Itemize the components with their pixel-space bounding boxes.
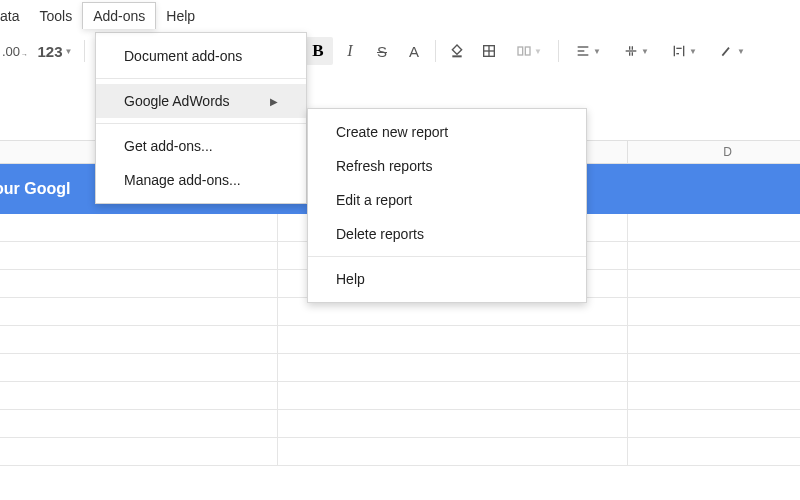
chevron-down-icon: ▼	[534, 47, 542, 56]
menu-separator	[96, 78, 306, 79]
table-row[interactable]	[0, 438, 800, 466]
google-adwords-item[interactable]: Google AdWords ▶	[96, 84, 306, 118]
menu-item-label: Get add-ons...	[124, 138, 213, 154]
menu-item-label: Google AdWords	[124, 93, 230, 109]
fill-color-button[interactable]	[442, 37, 472, 65]
cell[interactable]	[628, 242, 800, 269]
adwords-submenu: Create new report Refresh reports Edit a…	[307, 108, 587, 303]
strikethrough-icon: S	[377, 43, 387, 60]
submenu-arrow-icon: ▶	[270, 96, 278, 107]
h-align-button[interactable]: ▼	[565, 37, 611, 65]
text-rotate-button[interactable]: ▼	[709, 37, 755, 65]
table-row[interactable]	[0, 410, 800, 438]
cell[interactable]	[0, 270, 278, 297]
chevron-down-icon: →	[21, 51, 28, 58]
delete-reports-item[interactable]: Delete reports	[308, 217, 586, 251]
svg-rect-4	[525, 47, 530, 55]
merge-icon	[516, 43, 532, 59]
menu-addons[interactable]: Add-ons	[82, 2, 156, 29]
cell[interactable]	[628, 214, 800, 241]
decrease-decimal-button[interactable]: .00 →	[0, 37, 30, 65]
merge-cells-button[interactable]: ▼	[506, 37, 552, 65]
format-label: 123	[38, 43, 63, 60]
edit-report-item[interactable]: Edit a report	[308, 183, 586, 217]
cell[interactable]	[278, 326, 628, 353]
svg-rect-3	[518, 47, 523, 55]
borders-icon	[481, 43, 497, 59]
manage-addons-item[interactable]: Manage add-ons...	[96, 163, 306, 197]
chevron-down-icon: ▼	[689, 47, 697, 56]
fill-icon	[449, 43, 465, 59]
cell[interactable]	[628, 326, 800, 353]
decimal-icon: .00	[2, 44, 20, 59]
cell[interactable]	[0, 354, 278, 381]
adwords-help-item[interactable]: Help	[308, 262, 586, 296]
menu-item-label: Edit a report	[336, 192, 412, 208]
format-more-button[interactable]: 123 ▼	[32, 37, 78, 65]
menu-help[interactable]: Help	[156, 3, 205, 29]
bold-button[interactable]: B	[303, 37, 333, 65]
document-addons-item[interactable]: Document add-ons	[96, 39, 306, 73]
strikethrough-button[interactable]: S	[367, 37, 397, 65]
cell[interactable]	[0, 214, 278, 241]
cell[interactable]	[628, 354, 800, 381]
toolbar-separator	[84, 40, 85, 62]
menubar: ata Tools Add-ons Help	[0, 0, 800, 32]
refresh-reports-item[interactable]: Refresh reports	[308, 149, 586, 183]
chevron-down-icon: ▼	[737, 47, 745, 56]
menu-item-label: Refresh reports	[336, 158, 432, 174]
table-row[interactable]	[0, 382, 800, 410]
menu-item-label: Manage add-ons...	[124, 172, 241, 188]
cell[interactable]	[278, 410, 628, 437]
menu-data[interactable]: ata	[0, 3, 29, 29]
menu-tools[interactable]: Tools	[29, 3, 82, 29]
cell[interactable]	[0, 326, 278, 353]
toolbar-separator	[435, 40, 436, 62]
get-addons-item[interactable]: Get add-ons...	[96, 129, 306, 163]
cell[interactable]	[628, 438, 800, 465]
text-color-button[interactable]: A	[399, 37, 429, 65]
cell[interactable]	[0, 382, 278, 409]
cell[interactable]	[278, 438, 628, 465]
col-header-d[interactable]: D	[628, 141, 800, 163]
cell[interactable]	[0, 410, 278, 437]
menu-separator	[96, 123, 306, 124]
cell[interactable]	[628, 298, 800, 325]
menu-separator	[308, 256, 586, 257]
menu-item-label: Document add-ons	[124, 48, 242, 64]
chevron-down-icon: ▼	[593, 47, 601, 56]
addons-dropdown: Document add-ons Google AdWords ▶ Get ad…	[95, 32, 307, 204]
menu-item-label: Create new report	[336, 124, 448, 140]
italic-button[interactable]: I	[335, 37, 365, 65]
text-color-icon: A	[409, 43, 419, 60]
cell[interactable]	[628, 410, 800, 437]
align-left-icon	[575, 43, 591, 59]
cell[interactable]	[628, 270, 800, 297]
table-row[interactable]	[0, 354, 800, 382]
rotate-icon	[719, 43, 735, 59]
text-wrap-button[interactable]: ▼	[661, 37, 707, 65]
bold-icon: B	[312, 41, 323, 61]
italic-icon: I	[347, 42, 352, 60]
cell[interactable]	[0, 242, 278, 269]
cell[interactable]	[278, 382, 628, 409]
cell[interactable]	[0, 438, 278, 465]
table-row[interactable]	[0, 326, 800, 354]
menu-item-label: Help	[336, 271, 365, 287]
cell[interactable]	[0, 298, 278, 325]
cell[interactable]	[628, 382, 800, 409]
cell[interactable]	[278, 354, 628, 381]
toolbar-separator	[558, 40, 559, 62]
align-middle-icon	[623, 43, 639, 59]
borders-button[interactable]	[474, 37, 504, 65]
chevron-down-icon: ▼	[65, 47, 73, 56]
chevron-down-icon: ▼	[641, 47, 649, 56]
menu-item-label: Delete reports	[336, 226, 424, 242]
create-report-item[interactable]: Create new report	[308, 115, 586, 149]
wrap-icon	[671, 43, 687, 59]
header-cell-text: our Googl	[0, 180, 70, 198]
v-align-button[interactable]: ▼	[613, 37, 659, 65]
